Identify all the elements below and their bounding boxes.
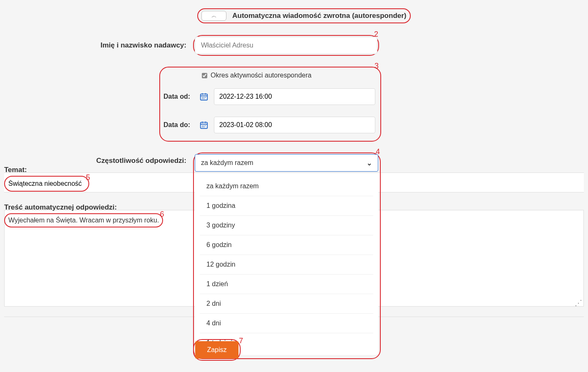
frequency-options-list: za każdym razem 1 godzina 3 godziny 6 go… (195, 174, 378, 355)
frequency-row: Częstotliwość odpowiedzi: 4 za każdym ra… (4, 152, 584, 359)
chevron-down-icon: ⌄ (367, 159, 372, 167)
period-checkbox-label: Okres aktywności autorespondera (211, 72, 312, 79)
sender-row: Imię i nazwisko nadawcy: 2 (4, 35, 584, 56)
svg-rect-0 (201, 94, 208, 100)
date-from-label: Data od: (163, 93, 198, 100)
calendar-icon[interactable] (199, 91, 210, 102)
date-to-label: Data do: (163, 121, 198, 129)
frequency-option[interactable]: za każdym razem (200, 177, 373, 196)
frequency-option[interactable]: 2 dni (200, 294, 373, 314)
frequency-option[interactable]: 4 dni (200, 314, 373, 333)
annotation-4: 4 (376, 147, 380, 156)
activity-period-block: 3 Okres aktywności autorespondera Data o… (159, 67, 381, 142)
frequency-option[interactable]: 6 godzin (200, 235, 373, 255)
frequency-select[interactable]: za każdym razem ⌄ (195, 154, 378, 172)
calendar-icon[interactable] (199, 119, 210, 131)
save-block: Zapisz 7 (193, 339, 241, 361)
frequency-option[interactable]: 12 godzin (200, 255, 373, 275)
frequency-label: Częstotliwość odpowiedzi: (4, 152, 193, 165)
frequency-selected-value: za każdym razem (201, 159, 253, 167)
date-to-input[interactable] (214, 117, 375, 133)
save-button[interactable]: Zapisz (195, 341, 239, 359)
collapse-button[interactable]: ︿ (201, 11, 226, 21)
annotation-3: 3 (374, 62, 379, 70)
period-checkbox[interactable] (202, 73, 207, 78)
annotation-2: 2 (374, 30, 378, 39)
frequency-option[interactable]: 1 godzina (200, 196, 373, 216)
sender-label: Imię i nazwisko nadawcy: (4, 41, 193, 50)
section-header: ︿ Automatyczna wiadomość zwrotna (autore… (197, 8, 584, 25)
date-from-input[interactable] (214, 88, 375, 105)
annotation-7: 7 (239, 337, 243, 345)
frequency-option[interactable]: 1 dzień (200, 275, 373, 294)
section-title: Automatyczna wiadomość zwrotna (autoresp… (232, 12, 407, 20)
sender-input[interactable] (195, 37, 377, 54)
frequency-option[interactable]: 3 godziny (200, 216, 373, 235)
